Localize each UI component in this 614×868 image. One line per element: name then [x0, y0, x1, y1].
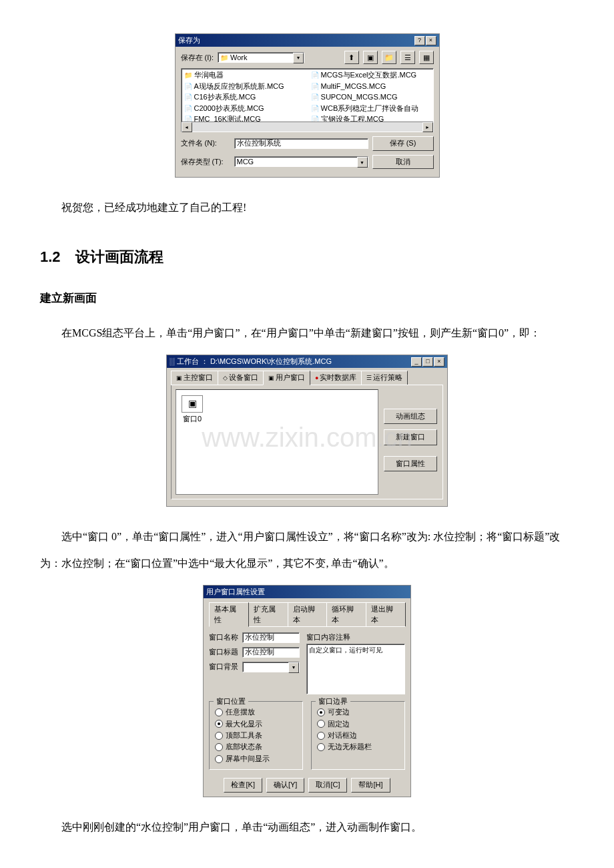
file-name: 华润电器	[194, 70, 224, 80]
window-caption-value: 水位控制	[245, 647, 274, 657]
file-list[interactable]: 华润电器 A现场反应控制系统新.MCG C16抄表系统.MCG C2000抄表系…	[181, 68, 434, 132]
dropdown-arrow-icon[interactable]: ▼	[293, 53, 304, 63]
radio-border-variable[interactable]: 可变边	[317, 707, 399, 717]
tab-realtime-db[interactable]: ●实时数据库	[310, 371, 362, 384]
radio-icon	[215, 755, 223, 763]
paragraph: 选中刚刚创建的“水位控制”用户窗口，单击“动画组态”，进入动画制作窗口。	[40, 814, 574, 841]
list-item[interactable]: MCGS与Excel交互数据.MCG	[311, 70, 419, 80]
property-tabbar: 基本属性 扩充属性 启动脚本 循环脚本 退出脚本	[209, 602, 405, 627]
radio-label: 屏幕中间显示	[226, 754, 270, 764]
paragraph: 在MCGS组态平台上，单击“用户窗口”，在“用户窗口”中单击“新建窗口”按钮，则…	[40, 320, 574, 347]
heading-level-3: 建立新画面	[40, 286, 574, 310]
window-item[interactable]: ▣ 窗口0	[182, 395, 203, 424]
list-item[interactable]: WCB系列稳定土厂拌设备自动	[311, 103, 419, 114]
radio-icon	[215, 708, 223, 716]
radio-label: 固定边	[328, 719, 350, 729]
user-window-icon: ▣	[268, 374, 274, 383]
cancel-button[interactable]: 取消	[372, 155, 434, 169]
doc-icon	[184, 92, 192, 102]
confirm-button[interactable]: 确认[Y]	[266, 778, 304, 792]
filename-input[interactable]: 水位控制系统	[234, 138, 368, 149]
property-body: 基本属性 扩充属性 启动脚本 循环脚本 退出脚本 窗口名称 水位控制 窗口标题 …	[204, 598, 410, 797]
radio-border-fixed[interactable]: 固定边	[317, 719, 399, 729]
property-title: 用户窗口属性设置	[206, 587, 408, 597]
list-item[interactable]: 华润电器	[184, 70, 284, 80]
check-button[interactable]: 检查[K]	[224, 778, 262, 792]
side-button-panel: 动画组态 新建窗口 窗口属性	[384, 409, 437, 471]
radio-position-bottomstatus[interactable]: 底部状态条	[215, 742, 297, 752]
cancel-button[interactable]: 取消[C]	[308, 778, 347, 792]
minimize-icon[interactable]: _	[411, 357, 422, 367]
tab-label: 实时数据库	[320, 373, 356, 383]
radio-position-free[interactable]: 任意摆放	[215, 707, 297, 717]
tab-label: 设备窗口	[229, 373, 258, 383]
radio-position-max[interactable]: 最大化显示	[215, 719, 297, 729]
tab-basic-prop[interactable]: 基本属性	[209, 602, 249, 627]
tab-user-window[interactable]: ▣用户窗口	[263, 371, 310, 385]
filetype-combo[interactable]: MCG ▼	[234, 156, 368, 167]
list-view-icon[interactable]: ☰	[400, 51, 415, 64]
list-item[interactable]: C16抄表系统.MCG	[184, 92, 284, 102]
radio-border-dialog[interactable]: 对话框边	[317, 730, 399, 740]
dropdown-arrow-icon[interactable]: ▼	[357, 157, 368, 168]
window-name-input[interactable]: 水位控制	[242, 632, 300, 643]
save-as-dialog: 保存为 ? × 保存在 (I): Work ▼ ⬆ ▣ 📁 ☰ ▦ 华润电器 A…	[175, 33, 440, 178]
window-caption-input[interactable]: 水位控制	[242, 647, 300, 658]
save-in-value: Work	[230, 53, 247, 63]
tabbar: ▣主控窗口 ◇设备窗口 ▣用户窗口 ●实时数据库 ☰运行策略	[171, 371, 443, 385]
file-name: MultiF_MCGS.MCG	[321, 81, 386, 91]
window-bg-combo[interactable]: ▼	[242, 662, 300, 672]
tab-run-strategy[interactable]: ☰运行策略	[361, 371, 408, 384]
close-icon[interactable]: ×	[426, 36, 436, 45]
tab-label: 用户窗口	[276, 373, 305, 383]
tab-startup-script[interactable]: 启动脚本	[288, 602, 328, 626]
dropdown-arrow-icon[interactable]: ▼	[288, 662, 299, 673]
tab-loop-script[interactable]: 循环脚本	[326, 602, 366, 626]
help-button[interactable]: 帮助[H]	[351, 778, 390, 792]
tab-device-window[interactable]: ◇设备窗口	[218, 371, 264, 384]
details-view-icon[interactable]: ▦	[419, 51, 434, 64]
file-name: C16抄表系统.MCG	[194, 92, 256, 102]
scroll-track[interactable]	[192, 122, 422, 132]
tab-extend-prop[interactable]: 扩充属性	[248, 602, 288, 626]
maximize-icon[interactable]: □	[422, 357, 433, 367]
note-textarea[interactable]: 自定义窗口，运行时可见	[306, 644, 405, 694]
window-name-label: 窗口名称	[209, 632, 238, 642]
save-in-combo[interactable]: Work ▼	[218, 52, 304, 63]
window-caption-row: 窗口标题 水位控制	[209, 647, 300, 658]
radio-border-none[interactable]: 无边无标题栏	[317, 742, 399, 752]
scroll-right-icon[interactable]: ►	[422, 122, 433, 132]
scrollbar-horizontal[interactable]: ◄ ►	[182, 122, 433, 132]
new-folder-icon[interactable]: 📁	[382, 51, 396, 64]
close-icon[interactable]: ×	[434, 357, 444, 367]
scroll-left-icon[interactable]: ◄	[182, 122, 192, 132]
tab-main-window[interactable]: ▣主控窗口	[171, 371, 218, 384]
list-item[interactable]: MultiF_MCGS.MCG	[311, 81, 419, 91]
filetype-label: 保存类型 (T):	[181, 157, 230, 167]
paragraph: 祝贺您，已经成功地建立了自己的工程!	[40, 194, 574, 221]
list-item[interactable]: A现场反应控制系统新.MCG	[184, 81, 284, 91]
desktop-icon[interactable]: ▣	[363, 51, 378, 64]
note-value: 自定义窗口，运行时可见	[309, 646, 382, 654]
workspace-area[interactable]: ▣ 窗口0	[176, 389, 378, 495]
window-property-button[interactable]: 窗口属性	[384, 456, 437, 471]
note-label: 窗口内容注释	[306, 632, 405, 642]
help-icon[interactable]: ?	[414, 36, 425, 45]
tab-exit-script[interactable]: 退出脚本	[366, 602, 406, 626]
database-icon: ●	[315, 374, 318, 383]
radio-position-toptool[interactable]: 顶部工具条	[215, 730, 297, 740]
radio-position-center[interactable]: 屏幕中间显示	[215, 754, 297, 764]
list-item[interactable]: SUPCON_MCGS.MCG	[311, 92, 419, 102]
radio-label: 任意摆放	[226, 707, 255, 717]
up-folder-icon[interactable]: ⬆	[344, 51, 359, 64]
window-name-row: 窗口名称 水位控制	[209, 632, 300, 643]
list-item[interactable]: C2000抄表系统.MCG	[184, 103, 284, 114]
workbench-titlebar: ░ 工作台 ： D:\MCGS\WORK\水位控制系统.MCG _ □ ×	[167, 355, 447, 368]
doc-icon	[184, 81, 192, 91]
new-window-button[interactable]: 新建窗口	[384, 429, 437, 445]
animation-config-button[interactable]: 动画组态	[384, 409, 437, 424]
workbench-title: 工作台 ： D:\MCGS\WORK\水位控制系统.MCG	[177, 357, 410, 367]
save-in-label: 保存在 (I):	[181, 53, 214, 63]
dialog-titlebar: 保存为 ? ×	[176, 34, 439, 47]
save-button[interactable]: 保存 (S)	[372, 136, 434, 150]
